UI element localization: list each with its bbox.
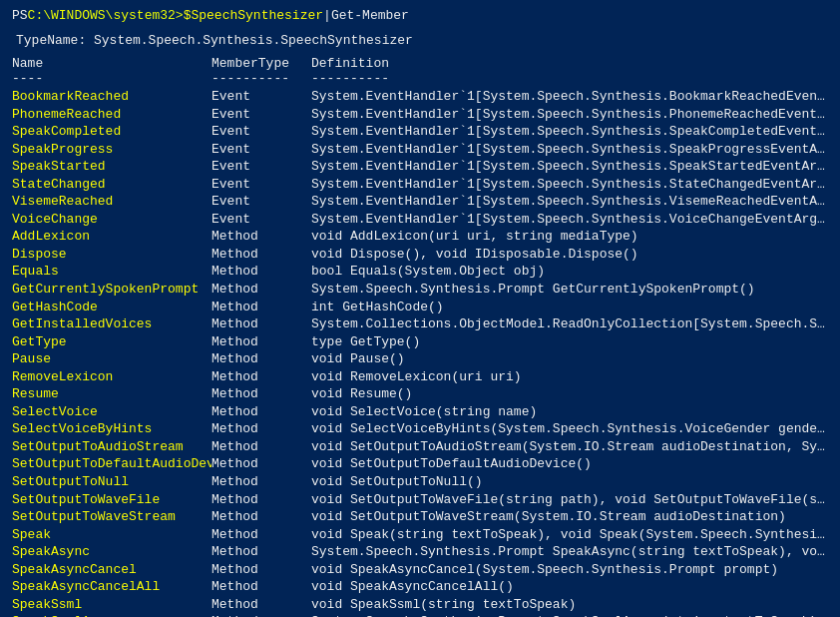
col-definition: void SetOutputToWaveStream(System.IO.Str… — [311, 508, 828, 526]
col-definition: void SpeakAsyncCancel(System.Speech.Synt… — [311, 561, 828, 579]
table-row: ResumeMethodvoid Resume() — [12, 385, 828, 403]
col-name: SetOutputToNull — [12, 473, 211, 491]
col-membertype: Method — [211, 596, 311, 614]
header-membertype: MemberType — [211, 56, 311, 71]
col-name: SetOutputToDefaultAudioDevice — [12, 455, 211, 473]
table-row: SetOutputToNullMethodvoid SetOutputToNul… — [12, 473, 828, 491]
header-definition: Definition — [311, 56, 828, 71]
col-name: SpeakProgress — [12, 141, 211, 159]
col-name: Equals — [12, 263, 211, 281]
col-name: SetOutputToAudioStream — [12, 438, 211, 456]
sep-name: ---- — [12, 71, 211, 86]
col-definition: System.EventHandler`1[System.Speech.Synt… — [311, 141, 828, 159]
col-definition: System.EventHandler`1[System.Speech.Synt… — [311, 158, 828, 176]
table-row: SpeakStartedEventSystem.EventHandler`1[S… — [12, 158, 828, 176]
prompt-cmd1-text: $SpeechSynthesizer — [184, 8, 323, 23]
col-name: SpeakAsyncCancel — [12, 561, 211, 579]
col-definition: void SetOutputToAudioStream(System.IO.St… — [311, 438, 828, 456]
col-name: SpeakAsync — [12, 543, 211, 561]
col-name: SpeakAsyncCancelAll — [12, 578, 211, 596]
table-row: GetTypeMethodtype GetType() — [12, 333, 828, 351]
col-membertype: Method — [211, 438, 311, 456]
col-name: SpeakSsml — [12, 596, 211, 614]
col-definition: void SetOutputToNull() — [311, 473, 828, 491]
table-row: SpeakMethodvoid Speak(string textToSpeak… — [12, 526, 828, 544]
col-membertype: Method — [211, 350, 311, 368]
col-definition: System.EventHandler`1[System.Speech.Synt… — [311, 193, 828, 211]
table-row: AddLexiconMethodvoid AddLexicon(uri uri,… — [12, 228, 828, 246]
col-name: SpeakCompleted — [12, 123, 211, 141]
col-name: RemoveLexicon — [12, 368, 211, 386]
col-definition: System.EventHandler`1[System.Speech.Synt… — [311, 176, 828, 194]
col-name: SelectVoiceByHints — [12, 420, 211, 438]
col-definition: void SpeakAsyncCancelAll() — [311, 578, 828, 596]
col-membertype: Event — [211, 88, 311, 106]
col-definition: void SpeakSsml(string textToSpeak) — [311, 596, 828, 614]
col-definition: void Pause() — [311, 350, 828, 368]
prompt-pipe-text: | — [323, 8, 331, 23]
col-definition: System.Speech.Synthesis.Prompt SpeakSsml… — [311, 613, 828, 617]
col-membertype: Event — [211, 193, 311, 211]
col-definition: type GetType() — [311, 333, 828, 351]
table-row: PhonemeReachedEventSystem.EventHandler`1… — [12, 106, 828, 124]
table-header: Name MemberType Definition — [12, 56, 828, 71]
prompt-cmd2-text: Get-Member — [331, 8, 409, 23]
col-name: GetHashCode — [12, 299, 211, 316]
table-row: SpeakCompletedEventSystem.EventHandler`1… — [12, 123, 828, 141]
table-row: EqualsMethodbool Equals(System.Object ob… — [12, 263, 828, 281]
col-definition: void SelectVoiceByHints(System.Speech.Sy… — [311, 420, 828, 438]
col-membertype: Event — [211, 106, 311, 124]
col-definition: void AddLexicon(uri uri, string mediaTyp… — [311, 228, 828, 246]
table-row: SetOutputToDefaultAudioDeviceMethodvoid … — [12, 455, 828, 473]
table-row: SpeakSsmlMethodvoid SpeakSsml(string tex… — [12, 596, 828, 614]
prompt-ps-text: PS — [12, 8, 28, 23]
col-membertype: Method — [211, 455, 311, 473]
col-membertype: Method — [211, 263, 311, 281]
col-membertype: Method — [211, 473, 311, 491]
table-row: StateChangedEventSystem.EventHandler`1[S… — [12, 176, 828, 194]
col-definition: bool Equals(System.Object obj) — [311, 263, 828, 281]
col-membertype: Method — [211, 543, 311, 561]
col-name: SelectVoice — [12, 403, 211, 421]
col-membertype: Event — [211, 123, 311, 141]
table-row: SpeakAsyncMethodSystem.Speech.Synthesis.… — [12, 543, 828, 561]
table-body: BookmarkReachedEventSystem.EventHandler`… — [12, 88, 828, 617]
prompt-line: PS C:\WINDOWS\system32>$SpeechSynthesize… — [12, 8, 828, 23]
table-row: SetOutputToWaveStreamMethodvoid SetOutpu… — [12, 508, 828, 526]
col-membertype: Event — [211, 176, 311, 194]
col-name: SetOutputToWaveStream — [12, 508, 211, 526]
col-definition: System.EventHandler`1[System.Speech.Synt… — [311, 88, 828, 106]
col-membertype: Method — [211, 385, 311, 403]
col-membertype: Method — [211, 281, 311, 299]
col-membertype: Method — [211, 561, 311, 579]
col-name: VoiceChange — [12, 211, 211, 229]
col-definition: void SetOutputToDefaultAudioDevice() — [311, 455, 828, 473]
table-row: SetOutputToWaveFileMethodvoid SetOutputT… — [12, 491, 828, 509]
table-row: VoiceChangeEventSystem.EventHandler`1[Sy… — [12, 211, 828, 229]
col-membertype: Method — [211, 246, 311, 264]
col-membertype: Method — [211, 420, 311, 438]
col-membertype: Method — [211, 315, 311, 333]
col-membertype: Method — [211, 299, 311, 316]
col-name: VisemeReached — [12, 193, 211, 211]
col-membertype: Method — [211, 613, 311, 617]
col-membertype: Method — [211, 403, 311, 421]
col-definition: void Speak(string textToSpeak), void Spe… — [311, 526, 828, 544]
col-name: GetInstalledVoices — [12, 315, 211, 333]
col-definition: System.Collections.ObjectModel.ReadOnlyC… — [311, 315, 828, 333]
table-row: SpeakProgressEventSystem.EventHandler`1[… — [12, 141, 828, 159]
table-separator: ---- ---------- ---------- — [12, 71, 828, 86]
table-row: GetHashCodeMethodint GetHashCode() — [12, 299, 828, 316]
col-membertype: Method — [211, 228, 311, 246]
table-row: PauseMethodvoid Pause() — [12, 350, 828, 368]
table-row: VisemeReachedEventSystem.EventHandler`1[… — [12, 193, 828, 211]
table-row: SelectVoiceMethodvoid SelectVoice(string… — [12, 403, 828, 421]
typename-line: TypeName: System.Speech.Synthesis.Speech… — [12, 33, 828, 48]
col-name: AddLexicon — [12, 228, 211, 246]
col-membertype: Event — [211, 141, 311, 159]
terminal-window: PS C:\WINDOWS\system32>$SpeechSynthesize… — [12, 8, 828, 617]
col-name: Speak — [12, 526, 211, 544]
col-membertype: Method — [211, 508, 311, 526]
col-membertype: Method — [211, 526, 311, 544]
col-name: Dispose — [12, 246, 211, 264]
